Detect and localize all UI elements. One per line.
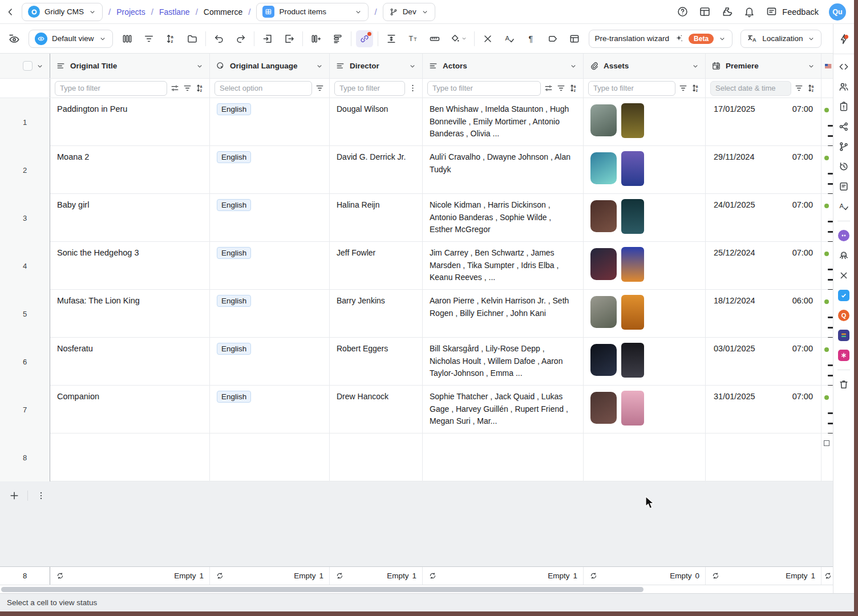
sort-icon[interactable]: az xyxy=(807,83,816,93)
asset-thumbnail-still[interactable] xyxy=(590,152,617,184)
cell-original-title[interactable]: Moana 2 xyxy=(50,146,210,194)
app-flower-icon[interactable] xyxy=(838,350,849,361)
cell-premiere[interactable]: 18/12/202406:00 xyxy=(706,290,821,338)
cell-original-title[interactable]: Nosferatu xyxy=(50,338,210,386)
column-header-original-title[interactable]: Original Title xyxy=(50,54,210,78)
view-selector[interactable]: Default view xyxy=(29,30,113,48)
refresh-icon[interactable] xyxy=(428,572,437,580)
cell-original-language[interactable]: English xyxy=(210,146,330,194)
column-header-assets[interactable]: Assets xyxy=(584,54,706,78)
sort-button[interactable]: az xyxy=(162,30,179,47)
row-options-button[interactable] xyxy=(34,488,48,503)
cell-director[interactable]: Drew Hancock xyxy=(330,386,423,433)
app-locale-icon[interactable] xyxy=(838,330,849,341)
notifications-icon[interactable] xyxy=(743,6,755,18)
undo-button[interactable] xyxy=(211,30,228,47)
cell-premiere[interactable]: 25/12/202407:00 xyxy=(706,242,821,290)
cell-actors[interactable]: Sophie Thatcher , Jack Quaid , Lukas Gag… xyxy=(423,386,584,433)
cell-director[interactable]: Dougal Wilson xyxy=(330,98,423,146)
panel-button[interactable] xyxy=(566,30,583,47)
refresh-icon[interactable] xyxy=(216,572,224,580)
asset-thumbnail-still[interactable] xyxy=(590,200,617,232)
asset-thumbnail-poster[interactable] xyxy=(621,295,644,330)
refresh-icon[interactable] xyxy=(824,572,832,580)
branch-selector[interactable]: Dev xyxy=(383,3,435,21)
columns-button[interactable] xyxy=(119,30,136,47)
localization-button[interactable]: A Localization xyxy=(740,30,821,48)
cell-original-language[interactable]: English xyxy=(210,242,330,290)
insert-row-button[interactable] xyxy=(329,30,346,47)
redo-button[interactable] xyxy=(232,30,249,47)
column-header-premiere[interactable]: Premiere xyxy=(706,54,821,78)
column-header-director[interactable]: Director xyxy=(330,54,423,78)
cell-target-language-clipped[interactable] xyxy=(821,290,833,338)
select-all-checkbox[interactable] xyxy=(23,61,33,71)
sort-icon[interactable]: az xyxy=(691,83,701,93)
funnel-icon[interactable] xyxy=(556,83,566,93)
row-number[interactable]: 6 xyxy=(0,338,50,386)
workspace-selector[interactable]: Gridly CMS xyxy=(22,3,103,21)
refresh-icon[interactable] xyxy=(589,572,598,580)
cell-actors[interactable]: Bill Skarsgård , Lily-Rose Depp , Nichol… xyxy=(423,338,584,386)
empty-cell[interactable] xyxy=(821,433,833,481)
back-button[interactable] xyxy=(5,6,16,18)
row-number[interactable]: 2 xyxy=(0,146,50,194)
empty-cell[interactable] xyxy=(50,433,210,481)
cell-original-language[interactable]: English xyxy=(210,194,330,242)
filter-input-director[interactable] xyxy=(334,81,405,96)
row-number[interactable]: 3 xyxy=(0,194,50,242)
cell-premiere[interactable]: 03/01/202507:00 xyxy=(706,338,821,386)
funnel-icon[interactable] xyxy=(794,83,804,93)
pretranslation-button[interactable]: Pre-translation wizard Beta xyxy=(589,30,733,48)
sliders-icon[interactable] xyxy=(170,83,180,93)
cell-assets[interactable] xyxy=(584,290,706,338)
help-icon[interactable] xyxy=(677,6,689,18)
cell-original-language[interactable]: English xyxy=(210,386,330,433)
avatar[interactable]: Qu xyxy=(829,3,846,21)
cell-target-language-clipped[interactable] xyxy=(821,386,833,433)
cell-assets[interactable] xyxy=(584,386,706,433)
export-button[interactable] xyxy=(281,30,298,47)
filter-input-actors[interactable] xyxy=(427,81,541,96)
empty-cell[interactable] xyxy=(210,433,330,481)
cell-target-language-clipped[interactable] xyxy=(821,98,833,146)
cell-director[interactable]: Halina Reijn xyxy=(330,194,423,242)
app-check-icon[interactable] xyxy=(838,290,849,301)
cell-original-title[interactable]: Sonic the Hedgehog 3 xyxy=(50,242,210,290)
cell-director[interactable]: David G. Derrick Jr. xyxy=(330,146,423,194)
cell-target-language-clipped[interactable] xyxy=(821,194,833,242)
grid-selector[interactable]: Product items xyxy=(256,3,369,21)
cell-original-language[interactable]: English xyxy=(210,98,330,146)
asset-thumbnail-still[interactable] xyxy=(590,248,617,280)
spellcheck-icon[interactable]: A xyxy=(838,201,849,212)
extensions-icon[interactable] xyxy=(721,6,733,18)
fill-handle[interactable] xyxy=(824,440,829,446)
asset-thumbnail-poster[interactable] xyxy=(621,391,644,425)
bot-icon[interactable] xyxy=(838,230,849,241)
cell-original-title[interactable]: Mufasa: The Lion King xyxy=(50,290,210,338)
row-height-button[interactable] xyxy=(383,30,400,47)
cell-original-title[interactable]: Companion xyxy=(50,386,210,433)
tag-button[interactable] xyxy=(544,30,561,47)
funnel-icon[interactable] xyxy=(183,83,192,93)
cell-director[interactable]: Jeff Fowler xyxy=(330,242,423,290)
insert-column-button[interactable] xyxy=(307,30,325,47)
asset-thumbnail-poster[interactable] xyxy=(621,247,644,282)
history-icon[interactable] xyxy=(838,161,849,172)
filter-input-original-title[interactable] xyxy=(55,81,167,96)
close-icon[interactable] xyxy=(838,270,849,281)
paint-button[interactable] xyxy=(448,30,470,47)
cell-director[interactable]: Barry Jenkins xyxy=(330,290,423,338)
row-number[interactable]: 1 xyxy=(0,98,50,146)
asset-thumbnail-still[interactable] xyxy=(590,104,617,136)
row-number[interactable]: 4 xyxy=(0,242,50,290)
cell-premiere[interactable]: 24/01/202507:00 xyxy=(706,194,821,242)
cell-actors[interactable]: Ben Whishaw , Imelda Staunton , Hugh Bon… xyxy=(423,98,584,146)
cell-actors[interactable]: Aaron Pierre , Kelvin Harrison Jr. , Set… xyxy=(423,290,584,338)
cell-target-language-clipped[interactable] xyxy=(821,338,833,386)
cell-assets[interactable] xyxy=(584,194,706,242)
sliders-icon[interactable] xyxy=(544,83,553,93)
cell-original-title[interactable]: Paddington in Peru xyxy=(50,98,210,146)
clear-format-button[interactable] xyxy=(479,30,496,47)
cell-premiere[interactable]: 29/11/202407:00 xyxy=(706,146,821,194)
